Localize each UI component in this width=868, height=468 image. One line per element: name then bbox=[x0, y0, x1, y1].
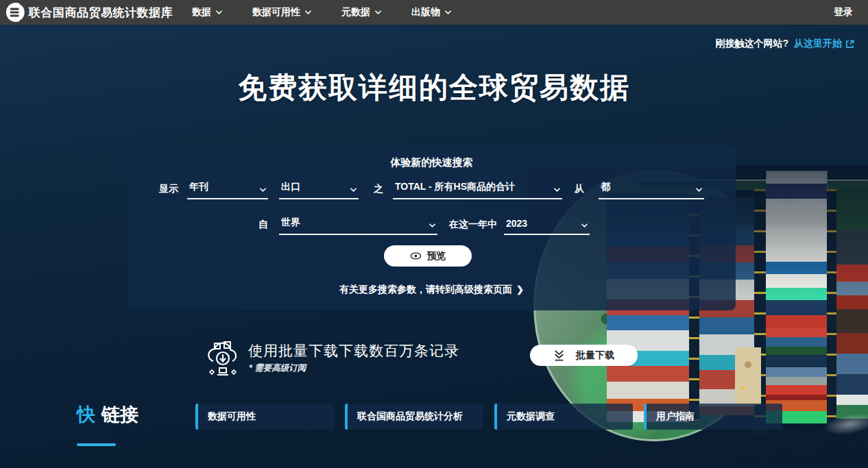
trade-flow-select[interactable]: 出口 bbox=[279, 179, 359, 199]
chevron-right-icon: ❯ bbox=[516, 284, 524, 295]
eye-icon bbox=[410, 252, 422, 260]
external-link-icon bbox=[845, 40, 854, 49]
quick-links-title-highlight: 快 bbox=[77, 404, 95, 425]
chevron-down-icon bbox=[581, 223, 588, 227]
hero-content: 刚接触这个网站? 从这里开始 免费获取详细的全球贸易数据 体验新的快速搜索 显示 bbox=[0, 25, 868, 468]
chevron-down-icon bbox=[350, 188, 357, 192]
bulk-download-note: * 需要高级订阅 bbox=[249, 362, 306, 374]
advanced-search-link[interactable]: 有关更多搜索参数，请转到高级搜索页面❯ bbox=[128, 284, 736, 296]
quick-links-title: 快链接 bbox=[77, 402, 138, 427]
to-label: 自 bbox=[258, 219, 268, 231]
hero-section: 刚接触这个网站? 从这里开始 免费获取详细的全球贸易数据 体验新的快速搜索 显示 bbox=[0, 25, 868, 468]
comtrade-homepage: 联合国商品贸易统计数据库 数据 数据可用性 元数据 出版物 登录 bbox=[0, 0, 868, 468]
menu-item-metadata[interactable]: 元数据 bbox=[341, 6, 381, 19]
quick-search-panel: 体验新的快速搜索 显示 年刊 出口 之 TOTAL - 所有HS商品的合计 从 bbox=[128, 145, 736, 310]
site-title: 联合国商品贸易统计数据库 bbox=[29, 5, 173, 21]
chevron-down-icon bbox=[260, 188, 266, 192]
comtrade-logo[interactable] bbox=[5, 2, 26, 23]
menu-item-data-availability[interactable]: 数据可用性 bbox=[252, 6, 311, 19]
bulk-download-button[interactable]: 批量下载 bbox=[530, 345, 638, 366]
reporter-select[interactable]: 都 bbox=[599, 179, 704, 199]
year-select[interactable]: 2023 bbox=[504, 214, 590, 235]
chevron-down-icon bbox=[375, 10, 381, 14]
quick-link-data-availability[interactable]: 数据可用性 bbox=[195, 404, 334, 430]
cloud-download-icon bbox=[204, 338, 242, 376]
menu-item-data[interactable]: 数据 bbox=[192, 6, 222, 19]
chevron-down-icon bbox=[305, 10, 311, 14]
login-button[interactable]: 登录 bbox=[834, 6, 853, 19]
chevron-down-icon bbox=[696, 188, 702, 192]
chevron-down-icon bbox=[216, 10, 222, 14]
from-label: 从 bbox=[575, 183, 584, 195]
preview-button[interactable]: 预览 bbox=[384, 245, 472, 267]
quick-link-user-guide[interactable]: 用户指南 bbox=[644, 404, 782, 430]
main-menu: 数据 数据可用性 元数据 出版物 bbox=[192, 6, 451, 19]
frequency-select[interactable]: 年刊 bbox=[187, 179, 268, 199]
quick-link-comtrade-analytics[interactable]: 联合国商品贸易统计分析 bbox=[345, 404, 483, 430]
show-label: 显示 bbox=[159, 183, 178, 195]
in-year-label: 在这一年中 bbox=[449, 219, 497, 231]
of-label: 之 bbox=[374, 183, 383, 195]
download-icon bbox=[553, 349, 565, 361]
menu-item-publications[interactable]: 出版物 bbox=[411, 6, 451, 19]
top-navbar: 联合国商品贸易统计数据库 数据 数据可用性 元数据 出版物 登录 bbox=[0, 0, 868, 25]
new-site-prompt: 刚接触这个网站? bbox=[715, 38, 788, 50]
quick-link-metadata-survey[interactable]: 元数据调查 bbox=[494, 404, 633, 430]
start-here-link[interactable]: 从这里开始 bbox=[794, 38, 854, 50]
new-to-site-row: 刚接触这个网站? 从这里开始 bbox=[715, 38, 854, 50]
bulk-download-text: 使用批量下载下载数百万条记录 bbox=[248, 341, 459, 360]
chevron-down-icon bbox=[429, 223, 435, 227]
chevron-down-icon bbox=[445, 10, 451, 14]
partner-select[interactable]: 世界 bbox=[279, 214, 437, 235]
page-title: 免费获取详细的全球贸易数据 bbox=[0, 69, 868, 107]
chevron-down-icon bbox=[554, 188, 560, 192]
commodity-select[interactable]: TOTAL - 所有HS商品的合计 bbox=[393, 179, 562, 199]
quick-links-underline bbox=[77, 443, 116, 446]
panel-title: 体验新的快速搜索 bbox=[128, 156, 736, 169]
